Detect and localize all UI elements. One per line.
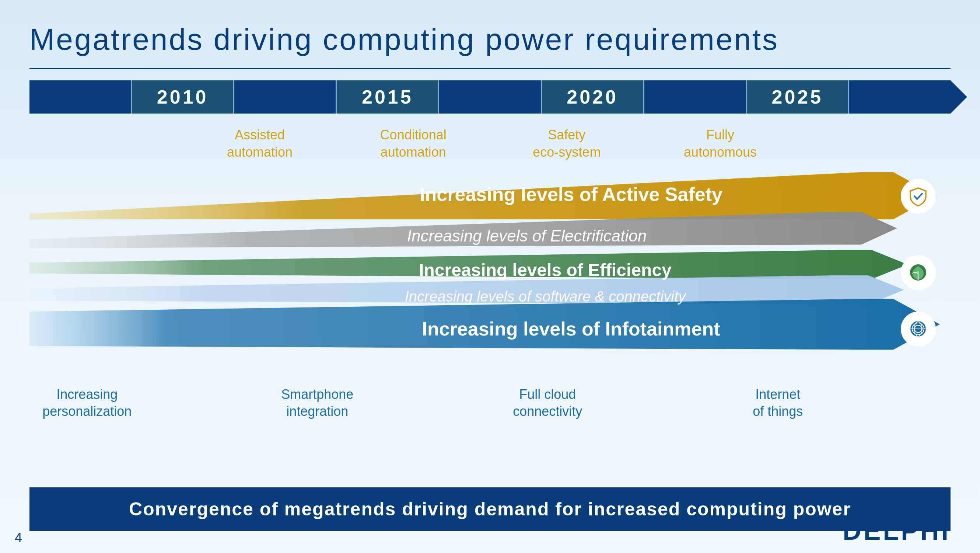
timeline-year-2015: 2015 xyxy=(337,80,439,113)
bottom-label-iot: Internetof things xyxy=(720,386,835,421)
electrification-label-container: Increasing levels of Electrification xyxy=(177,227,877,245)
bottom-labels: Increasingpersonalization Smartphoneinte… xyxy=(29,386,951,421)
title-divider xyxy=(29,68,951,69)
timeline-gap-3 xyxy=(439,80,542,113)
active-safety-icon xyxy=(901,179,936,214)
year-2025-label: 2025 xyxy=(772,86,823,108)
year-2010-label: 2010 xyxy=(157,86,208,108)
software-label-container: Increasing levels of software & connecti… xyxy=(214,288,877,305)
software-label: Increasing levels of software & connecti… xyxy=(405,288,686,304)
active-safety-label: Increasing levels of Active Safety xyxy=(420,183,722,205)
arrows-container: Increasing levels of Active Safety Incre… xyxy=(29,172,951,379)
phase-label-fully: Fullyautonomous xyxy=(644,121,797,161)
phase-label-empty-1 xyxy=(29,121,183,161)
phase-label-conditional: Conditionalautomation xyxy=(336,121,490,161)
delphi-logo: DELPHI xyxy=(843,516,951,546)
timeline-year-2025: 2025 xyxy=(747,80,849,113)
phase-label-safety: Safetyeco-system xyxy=(490,121,644,161)
infotainment-label-container: Increasing levels of Infotainment xyxy=(251,318,892,340)
bottom-label-empty-3 xyxy=(605,386,721,421)
bottom-label-empty-2 xyxy=(375,386,490,421)
active-safety-label-container: Increasing levels of Active Safety xyxy=(251,183,892,206)
bottom-label-empty-1 xyxy=(145,386,260,421)
timeline-labels: Assistedautomation Conditionalautomation… xyxy=(29,121,951,161)
infotainment-label: Increasing levels of Infotainment xyxy=(422,318,720,339)
timeline-year-2020: 2020 xyxy=(542,80,644,113)
timeline-gap-4 xyxy=(644,80,747,113)
bottom-label-cloud: Full cloud connectivity xyxy=(490,386,605,421)
leaf-icon xyxy=(908,263,928,283)
bottom-label-personalization: Increasingpersonalization xyxy=(29,386,145,421)
footer-banner: Convergence of megatrends driving demand… xyxy=(29,488,951,531)
timeline-bar: 2010 2015 2020 2025 xyxy=(29,80,951,113)
year-2020-label: 2020 xyxy=(566,86,618,108)
timeline-year-2010: 2010 xyxy=(132,80,234,113)
shield-icon xyxy=(908,186,928,206)
phase-label-assisted: Assistedautomation xyxy=(183,121,337,161)
efficiency-label: Increasing levels of Efficiency xyxy=(419,260,671,280)
phase-label-empty-2 xyxy=(797,121,951,161)
electrification-label: Increasing levels of Electrification xyxy=(407,227,647,245)
timeline-gap-2 xyxy=(234,80,337,113)
slide: Megatrends driving computing power requi… xyxy=(0,0,980,553)
efficiency-icon xyxy=(901,255,936,290)
bottom-label-smartphone: Smartphoneintegration xyxy=(260,386,375,421)
page-number: 4 xyxy=(15,530,22,546)
connectivity-icon xyxy=(908,319,928,339)
timeline-gap-1 xyxy=(29,80,132,113)
bottom-label-empty-4 xyxy=(835,386,951,421)
timeline-container: 2010 2015 2020 2025 xyxy=(29,80,951,113)
slide-title: Megatrends driving computing power requi… xyxy=(29,22,951,57)
timeline-gap-5 xyxy=(849,80,951,113)
infotainment-icon xyxy=(901,312,936,347)
year-2015-label: 2015 xyxy=(362,86,414,108)
efficiency-label-container: Increasing levels of Efficiency xyxy=(214,260,877,280)
